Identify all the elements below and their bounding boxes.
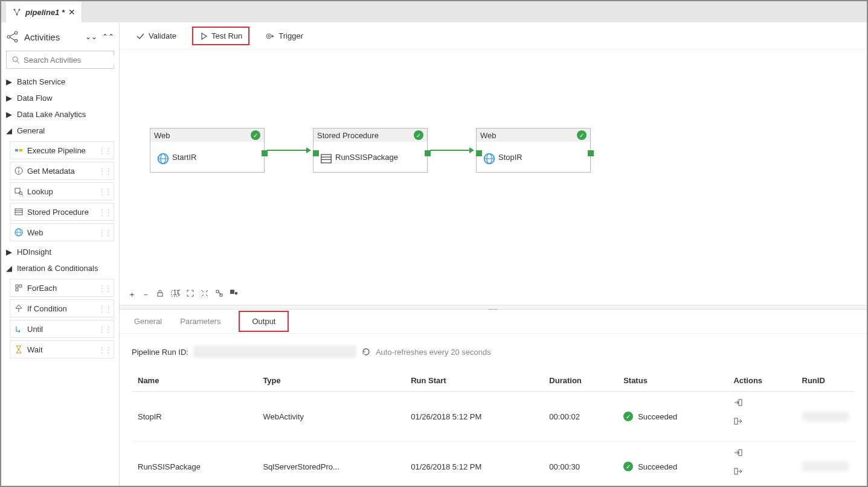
close-icon[interactable]: ✕ <box>68 7 76 17</box>
refresh-icon[interactable] <box>361 347 371 357</box>
refresh-note: Auto-refreshes every 20 seconds <box>376 348 491 357</box>
svg-rect-43 <box>235 292 237 294</box>
svg-rect-42 <box>230 290 234 294</box>
category-iteration-conditionals[interactable]: ◢Iteration & Conditionals <box>6 260 114 276</box>
node-runssispackage[interactable]: Stored Procedure✓ RunSSISPackage <box>313 128 428 173</box>
category-hdinsight[interactable]: ▶HDInsight <box>6 244 114 260</box>
svg-point-4 <box>14 31 17 34</box>
edge-2-3 <box>430 150 474 151</box>
web-icon <box>483 152 492 162</box>
test-run-button[interactable]: Test Run <box>192 27 249 45</box>
activity-get-metadata[interactable]: Get Metadata⋮⋮ <box>10 162 114 180</box>
tab-output[interactable]: Output <box>239 311 289 332</box>
search-icon <box>11 56 20 64</box>
panel-tabs: General Parameters Output <box>120 310 867 334</box>
activity-until[interactable]: Until⋮⋮ <box>10 320 114 338</box>
minimap-icon[interactable] <box>230 289 238 300</box>
check-icon <box>135 31 145 41</box>
panel-resize-handle[interactable]: ── <box>120 305 867 310</box>
tab-title: pipeline1 * <box>25 8 65 17</box>
info-icon <box>14 166 24 176</box>
if-icon <box>14 304 24 313</box>
activity-lookup[interactable]: Lookup⋮⋮ <box>10 182 114 200</box>
gear-play-icon <box>265 31 275 41</box>
svg-rect-16 <box>15 209 22 215</box>
success-icon: ✓ <box>623 412 633 421</box>
tab-general[interactable]: General <box>134 311 162 332</box>
svg-point-25 <box>266 34 271 39</box>
trigger-button[interactable]: Trigger <box>262 29 307 43</box>
activity-execute-pipeline[interactable]: Execute Pipeline⋮⋮ <box>10 141 114 159</box>
activity-if-condition[interactable]: If Condition⋮⋮ <box>10 299 114 317</box>
search-activities[interactable] <box>6 51 114 69</box>
svg-rect-47 <box>735 468 738 474</box>
pipeline-canvas[interactable]: Web✓ StartIR Stored Procedure✓ RunSSISPa… <box>120 49 867 305</box>
svg-text:100: 100 <box>173 289 180 297</box>
stored-procedure-icon <box>320 152 329 162</box>
zoom-out-icon[interactable]: － <box>142 289 150 300</box>
table-row: StopIRWebActivity01/26/2018 5:12 PM00:00… <box>132 392 855 442</box>
success-icon: ✓ <box>577 130 587 140</box>
fit-screen-icon[interactable] <box>186 289 194 300</box>
success-icon: ✓ <box>414 130 423 140</box>
svg-rect-30 <box>321 154 332 163</box>
lookup-icon <box>14 186 24 196</box>
play-icon <box>199 32 208 40</box>
svg-rect-8 <box>15 149 18 151</box>
expand-all-icon[interactable]: ⌄⌄ <box>85 33 97 41</box>
until-icon <box>14 324 24 334</box>
output-icon[interactable] <box>733 466 789 476</box>
svg-rect-45 <box>735 418 738 424</box>
autolayout-icon[interactable] <box>215 289 223 300</box>
search-input[interactable] <box>24 56 120 65</box>
lock-icon[interactable] <box>156 289 164 300</box>
svg-point-12 <box>18 168 19 170</box>
category-general[interactable]: ◢General <box>6 123 114 139</box>
tab-pipeline1[interactable]: pipeline1 * ✕ <box>6 2 82 22</box>
success-icon: ✓ <box>623 462 633 471</box>
activity-wait[interactable]: Wait⋮⋮ <box>10 340 114 358</box>
activity-foreach[interactable]: ForEach⋮⋮ <box>10 279 114 297</box>
zoom-in-icon[interactable]: ＋ <box>128 289 136 300</box>
collapse-all-icon[interactable]: ⌃⌃ <box>102 33 114 41</box>
activity-stored-procedure[interactable]: Stored Procedure⋮⋮ <box>10 203 114 221</box>
tab-parameters[interactable]: Parameters <box>180 311 220 332</box>
activities-sidebar: Activities ⌄⌄ ⌃⌃ ▶Batch Service ▶Data Fl… <box>1 23 120 486</box>
svg-rect-36 <box>158 293 162 296</box>
input-icon[interactable] <box>733 398 789 407</box>
input-icon[interactable] <box>733 448 789 457</box>
category-data-flow[interactable]: ▶Data Flow <box>6 90 114 106</box>
wait-icon <box>14 345 24 354</box>
output-icon[interactable] <box>733 416 789 426</box>
svg-rect-23 <box>19 285 22 287</box>
success-icon: ✓ <box>251 130 260 140</box>
run-id-value <box>193 346 356 358</box>
svg-point-26 <box>268 35 270 37</box>
pipeline-toolbar: Validate Test Run Trigger <box>120 23 867 49</box>
table-row: RunSSISPackageSqlServerStoredPro...01/26… <box>132 442 855 486</box>
validate-button[interactable]: Validate <box>132 29 180 43</box>
svg-point-5 <box>14 39 17 42</box>
activity-web[interactable]: Web⋮⋮ <box>10 223 114 241</box>
svg-line-15 <box>22 194 23 196</box>
svg-rect-39 <box>216 290 219 293</box>
canvas-toolbar: ＋ － 100 <box>128 289 238 300</box>
fit-100-icon[interactable]: 100 <box>170 289 180 300</box>
svg-rect-22 <box>16 285 18 287</box>
edge-1-2 <box>267 150 310 151</box>
pipeline-icon <box>12 7 22 17</box>
activities-title: Activities <box>24 32 60 42</box>
fullscreen-icon[interactable] <box>201 289 209 300</box>
web-icon <box>156 152 166 162</box>
foreach-icon <box>14 283 24 293</box>
node-stopir[interactable]: Web✓ StopIR <box>476 128 591 173</box>
category-data-lake-analytics[interactable]: ▶Data Lake Analytics <box>6 106 114 123</box>
document-tabstrip: pipeline1 * ✕ <box>1 1 867 23</box>
runid-value <box>802 462 849 471</box>
svg-rect-44 <box>739 399 742 406</box>
run-id-label: Pipeline Run ID: <box>132 348 188 357</box>
category-batch-service[interactable]: ▶Batch Service <box>6 74 114 90</box>
svg-rect-46 <box>739 450 742 456</box>
output-table: Name Type Run Start Duration Status Acti… <box>132 370 855 486</box>
node-startir[interactable]: Web✓ StartIR <box>150 128 265 173</box>
